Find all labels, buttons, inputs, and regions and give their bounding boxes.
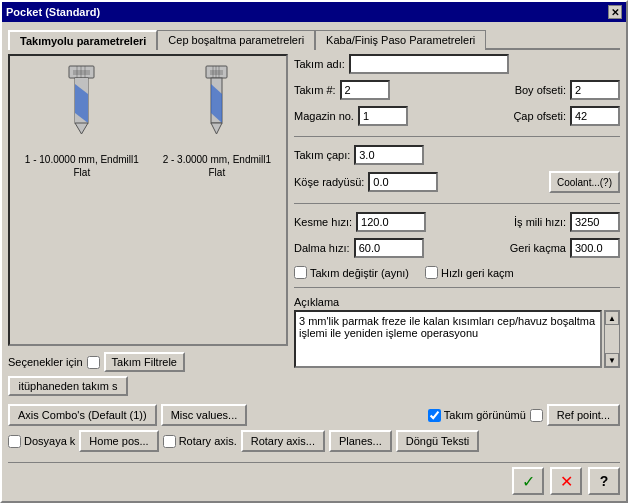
takim-capi-label: Takım çapı: [294, 149, 350, 161]
dosyaya-row: Dosyaya k [8, 435, 75, 448]
takim-degistir-label: Takım değiştir (aynı) [310, 267, 409, 279]
dongu-button[interactable]: Döngü Teksti [396, 430, 479, 452]
tool-label-1: 1 - 10.0000 mm, Endmill1 Flat [18, 153, 146, 179]
takim-gorunumu-checkbox[interactable] [428, 409, 441, 422]
ref-point-button[interactable]: Ref point... [547, 404, 620, 426]
dosyaya-checkbox[interactable] [8, 435, 21, 448]
boy-ofset-label: Boy ofseti: [515, 84, 566, 96]
rotary-check-row: Rotary axis. [163, 435, 237, 448]
filter-button[interactable]: Takım Filtrele [104, 352, 185, 372]
svg-marker-13 [211, 123, 222, 134]
window-content: Takımyolu parametreleri Cep boşaltma par… [2, 22, 626, 501]
aciklama-section: Açıklama 3 mm'lik parmak freze ile kalan… [294, 296, 620, 368]
ref-point-check-row [530, 409, 543, 422]
takim-gorunumu-row: Takım görünümü [428, 409, 526, 422]
cap-ofset-label: Çap ofseti: [513, 110, 566, 122]
rotary-axis-label: Rotary axis. [179, 435, 237, 447]
help-button[interactable]: ? [588, 467, 620, 495]
takim-adi-label: Takım adı: [294, 58, 345, 70]
scroll-down-btn[interactable]: ▼ [605, 353, 619, 367]
kose-radyusu-label: Köşe radyüsü: [294, 176, 364, 188]
magazin-no-label: Magazin no. [294, 110, 354, 122]
magazin-no-input[interactable] [358, 106, 408, 126]
dalma-hizi-row: Dalma hızı: Geri kaçma [294, 238, 620, 258]
window-title: Pocket (Standard) [6, 6, 100, 18]
home-pos-button[interactable]: Home pos... [79, 430, 158, 452]
left-panel: 1 - 10.0000 mm, Endmill1 Flat [8, 54, 288, 396]
takim-degistir-row: Takım değiştir (aynı) [294, 266, 409, 279]
scroll-track [605, 325, 619, 353]
is-mili-hizi-label: İş mili hızı: [514, 216, 566, 228]
tab-cep[interactable]: Cep boşaltma parametreleri [157, 30, 315, 50]
magazin-no-row: Magazin no. Çap ofseti: [294, 106, 620, 126]
misc-values-button[interactable]: Misc values... [161, 404, 248, 426]
desc-scrollbar: ▲ ▼ [604, 310, 620, 368]
dalma-hizi-label: Dalma hızı: [294, 242, 350, 254]
takim-adi-input[interactable] [349, 54, 509, 74]
is-mili-hizi-input[interactable] [570, 212, 620, 232]
aciklama-label: Açıklama [294, 296, 620, 308]
secenekler-checkbox[interactable] [87, 356, 100, 369]
hizli-geri-label: Hızlı geri kaçm [441, 267, 514, 279]
svg-marker-5 [75, 123, 88, 134]
tools-area: 1 - 10.0000 mm, Endmill1 Flat [8, 54, 288, 346]
cancel-button[interactable]: ✕ [550, 467, 582, 495]
svg-rect-10 [210, 70, 223, 75]
planes-button[interactable]: Planes... [329, 430, 392, 452]
dalma-hizi-input[interactable] [354, 238, 424, 258]
title-bar: Pocket (Standard) ✕ [2, 2, 626, 22]
right-panel: Takım adı: Takım #: Boy ofseti: Magazin … [294, 54, 620, 396]
takim-capi-row: Takım çapı: [294, 145, 620, 165]
kesme-hizi-row: Kesme hızı: İş mili hızı: [294, 212, 620, 232]
svg-rect-1 [73, 70, 90, 75]
close-button[interactable]: ✕ [608, 5, 622, 19]
dosyaya-label: Dosyaya k [24, 435, 75, 447]
tab-kaba[interactable]: Kaba/Finiş Paso Parametreleri [315, 30, 486, 50]
hizli-geri-checkbox[interactable] [425, 266, 438, 279]
takim-no-row: Takım #: Boy ofseti: [294, 80, 620, 100]
kesme-hizi-input[interactable] [356, 212, 426, 232]
secenekler-label: Seçenekler için [8, 356, 83, 368]
tool-icon-2 [184, 64, 249, 149]
tool-item-1[interactable]: 1 - 10.0000 mm, Endmill1 Flat [18, 64, 146, 179]
coolant-button[interactable]: Coolant...(?) [549, 171, 620, 193]
aciklama-textarea[interactable]: 3 mm'lik parmak freze ile kalan kısımlar… [294, 310, 602, 368]
ref-point-checkbox[interactable] [530, 409, 543, 422]
takim-no-input[interactable] [340, 80, 390, 100]
takim-no-label: Takım #: [294, 84, 336, 96]
scroll-up-btn[interactable]: ▲ [605, 311, 619, 325]
takim-capi-input[interactable] [354, 145, 424, 165]
tab-bar: Takımyolu parametreleri Cep boşaltma par… [8, 28, 620, 50]
cap-ofset-input[interactable] [570, 106, 620, 126]
tool-icon-1 [49, 64, 114, 149]
ok-button[interactable]: ✓ [512, 467, 544, 495]
tool-item-2[interactable]: 2 - 3.0000 mm, Endmill1 Flat [156, 64, 278, 179]
kose-radyusu-row: Köşe radyüsü: Coolant...(?) [294, 171, 620, 193]
rotary-axis-button[interactable]: Rotary axis... [241, 430, 325, 452]
library-button[interactable]: itüphaneden takım s [8, 376, 128, 396]
ok-cancel-row: ✓ ✕ ? [8, 462, 620, 495]
main-panel: 1 - 10.0000 mm, Endmill1 Flat [8, 54, 620, 396]
tool-label-2: 2 - 3.0000 mm, Endmill1 Flat [156, 153, 278, 179]
hizli-geri-row: Hızlı geri kaçm [425, 266, 514, 279]
takim-degistir-checkbox[interactable] [294, 266, 307, 279]
takim-gorunumu-label: Takım görünümü [444, 409, 526, 421]
main-window: Pocket (Standard) ✕ Takımyolu parametrel… [0, 0, 628, 503]
tab-takimyolu[interactable]: Takımyolu parametreleri [8, 30, 157, 50]
geri-kacma-label: Geri kaçma [510, 242, 566, 254]
rotary-checkbox[interactable] [163, 435, 176, 448]
geri-kacma-input[interactable] [570, 238, 620, 258]
takim-adi-row: Takım adı: [294, 54, 620, 74]
kesme-hizi-label: Kesme hızı: [294, 216, 352, 228]
axis-combo-button[interactable]: Axis Combo's (Default (1)) [8, 404, 157, 426]
boy-ofset-input[interactable] [570, 80, 620, 100]
kose-radyusu-input[interactable] [368, 172, 438, 192]
